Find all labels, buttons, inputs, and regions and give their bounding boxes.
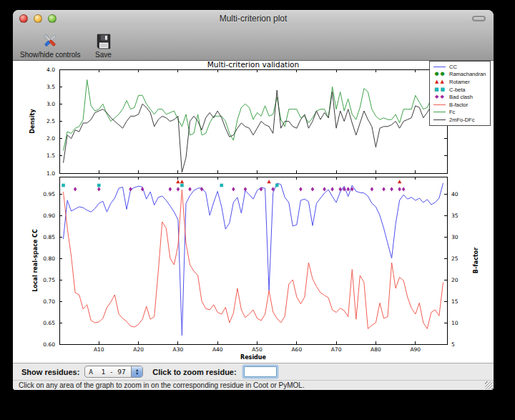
svg-text:15: 15 [451,298,458,305]
legend-line-sample [432,119,447,120]
legend-label: Rotamer [449,79,470,85]
legend-label: Fc [449,109,455,115]
svg-text:3.5: 3.5 [46,84,55,90]
figure-area: A10A20A30A40A50A60A70A80A901.01.52.02.53… [13,61,494,363]
svg-text:10: 10 [451,320,458,326]
svg-text:A50: A50 [252,346,263,353]
svg-text:3.0: 3.0 [46,101,55,107]
legend-item: ●●Ramachandran [432,71,489,79]
status-bar: Click on any area of the graph to zoom i… [13,380,494,390]
legend-item: Fc [432,109,489,117]
toolbar-toggle-button[interactable] [472,16,486,21]
svg-text:A70: A70 [331,346,342,353]
legend-item: CC [432,63,489,71]
close-button[interactable] [19,14,28,23]
svg-text:0.60: 0.60 [43,341,55,348]
window-title: Multi-criterion plot [220,14,288,24]
show-hide-controls-button[interactable]: Show/hide controls [20,31,81,59]
show-hide-controls-label: Show/hide controls [20,51,81,59]
legend-label: C-beta [449,87,466,93]
chevron-up-down-icon: ▲▼ [131,366,142,377]
svg-text:0.65: 0.65 [43,320,55,326]
triangle-marker-icon: ▲▲ [432,79,447,84]
legend-item: B-factor [432,101,489,109]
svg-text:0.80: 0.80 [43,255,55,262]
legend-line-sample [432,104,447,105]
svg-text:0.95: 0.95 [43,191,55,197]
svg-text:A10: A10 [94,346,104,353]
zoom-button[interactable] [48,14,57,23]
svg-text:Density: Density [29,109,36,134]
toolbar: Show/hide controls Save [13,26,494,61]
legend-label: 2mFo-DFc [449,117,474,123]
controls-row: Show residues: A 1 - 97 ▲▼ Click to zoom… [13,363,494,380]
legend-item: ◆◆Bad clash [432,93,489,101]
zoom-residue-input[interactable] [244,366,277,377]
svg-text:A20: A20 [133,346,144,353]
crossed-tools-icon [41,31,59,50]
save-label: Save [95,51,112,59]
plot-legend: CC●●Ramachandran▲▲Rotamer■■C-beta◆◆Bad c… [429,61,491,126]
svg-text:A80: A80 [371,346,381,353]
svg-text:30: 30 [451,234,458,240]
window-controls [19,14,57,23]
svg-text:0.70: 0.70 [43,298,55,305]
svg-text:Residue: Residue [240,354,267,361]
legend-line-sample [432,112,447,112]
svg-text:A60: A60 [291,346,302,353]
title-bar: Multi-criterion plot [13,10,494,26]
svg-text:A90: A90 [410,346,421,353]
square-marker-icon: ■■ [432,87,447,92]
svg-text:Local real-space CC: Local real-space CC [32,229,39,292]
show-residues-value: A 1 - 97 [85,366,131,377]
legend-label: CC [449,64,457,70]
zoom-residue-label: Click to zoom residue: [152,368,236,376]
app-window: Multi-criterion plot Show/hide co [13,10,494,390]
legend-label: Ramachandran [449,71,486,77]
legend-item: 2mFo-DFc [432,116,489,124]
svg-text:35: 35 [451,213,458,219]
svg-text:A30: A30 [173,346,184,353]
svg-text:5: 5 [451,341,455,348]
floppy-disk-icon [95,31,112,50]
svg-text:40: 40 [451,191,458,197]
svg-text:20: 20 [451,277,458,283]
minimize-button[interactable] [34,14,42,23]
svg-text:2.5: 2.5 [46,118,55,124]
status-message: Click on any area of the graph to zoom i… [19,381,305,389]
svg-text:1.0: 1.0 [46,170,55,177]
svg-text:Multi-criterion validation: Multi-criterion validation [207,61,299,69]
diamond-marker-icon: ◆◆ [432,94,447,99]
show-residues-select[interactable]: A 1 - 97 ▲▼ [84,366,143,378]
resize-grip[interactable] [485,381,493,389]
svg-text:0.90: 0.90 [43,213,55,219]
legend-item: ■■C-beta [432,86,489,94]
svg-text:B-factor: B-factor [473,248,479,273]
svg-text:1.5: 1.5 [46,152,55,159]
circle-marker-icon: ●● [432,72,447,77]
legend-label: B-factor [449,102,468,108]
svg-text:A40: A40 [212,346,223,353]
legend-item: ▲▲Rotamer [432,78,489,86]
svg-text:25: 25 [451,255,458,262]
multi-criterion-plot[interactable]: A10A20A30A40A50A60A70A80A901.01.52.02.53… [13,61,494,363]
legend-line-sample [432,67,447,67]
svg-text:0.75: 0.75 [43,277,55,283]
svg-text:2.0: 2.0 [46,135,55,142]
show-residues-label: Show residues: [21,368,79,376]
save-button[interactable]: Save [95,31,112,59]
svg-text:0.85: 0.85 [43,234,55,240]
svg-text:4.0: 4.0 [46,67,55,73]
legend-label: Bad clash [449,94,473,100]
